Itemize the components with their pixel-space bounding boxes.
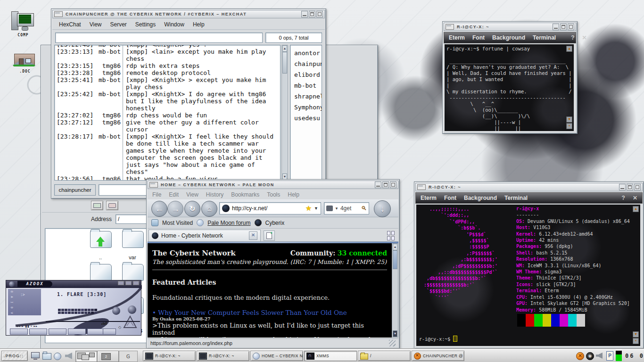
xmms-clutterbar[interactable]: O A I D V [10, 291, 14, 315]
fm-folder[interactable] [122, 231, 144, 248]
menu-item[interactable]: Window [164, 21, 184, 28]
user-list-item[interactable]: usedesu [294, 113, 322, 123]
taskbar-clock[interactable]: 06 07 [625, 353, 644, 359]
close-button[interactable] [634, 184, 641, 190]
fm-toolbar-button-2[interactable] [106, 201, 118, 210]
go-download-button[interactable]: ↓ [374, 200, 391, 217]
menu-item[interactable]: View [90, 21, 102, 28]
xmms-shade-button[interactable] [125, 281, 132, 285]
menu-item[interactable]: Help [193, 21, 205, 28]
menu-item[interactable]: HexChat [59, 21, 81, 28]
close-button[interactable] [316, 11, 323, 17]
terminal-scroll-button[interactable]: ▲ [566, 46, 572, 52]
url-bar[interactable]: http://cy-x.net/ ★ ▼ [219, 202, 321, 214]
hexchat-window[interactable]: CHAINPUNCHER @ THE CYBERIX NETWORK / #CY… [51, 8, 326, 199]
window-list-button[interactable]: G [119, 351, 138, 362]
xmms-close-button[interactable] [133, 281, 139, 285]
url-dropdown-icon[interactable]: ▼ [314, 206, 318, 211]
search-engine-dropdown-icon[interactable]: ▼ [335, 206, 339, 211]
palemoon-titlebar[interactable]: HOME – CYBERIX NETWORK – PALE MOON [148, 181, 398, 189]
search-engine-icon[interactable] [326, 206, 333, 211]
window-menu-icon[interactable] [446, 24, 454, 30]
terminal-resize-button[interactable]: ▾ [566, 123, 572, 129]
home-button[interactable]: ⌂ [201, 201, 217, 217]
fm-folder[interactable] [90, 264, 112, 281]
close-icon[interactable]: ✕ [633, 195, 637, 201]
eterm1-window[interactable]: R-I@CY-X: ~ Eterm Font Background Termin… [442, 21, 578, 134]
chat-area[interactable]: [23:22:48] mb-bot [xmpp] <KnightX> yes ?… [54, 45, 281, 181]
user-list-item[interactable]: Symphony [294, 102, 322, 113]
tab-list-icon[interactable] [387, 231, 396, 239]
window-menu-icon[interactable] [54, 11, 63, 17]
reload-button[interactable]: ↻ [184, 201, 200, 217]
eterm2-terminal[interactable]: ..,,;;;::;,,.. `':ddd;:,, `'dPPd:,, `:b$… [416, 205, 640, 346]
launcher-volume-speaker-icon[interactable] [65, 353, 72, 359]
menu-item[interactable]: Background [464, 195, 497, 201]
tab-home-cyberix[interactable]: Home - Cyberix Network ✕ [149, 230, 261, 241]
menu-item[interactable]: Tools [267, 191, 280, 198]
xmms-eject-button[interactable] [103, 329, 116, 335]
user-list-item[interactable]: elibord [294, 69, 322, 80]
xmms-player[interactable]: AZOOX O A I D V :> 1. FLARE [3:30] ◂◂ ▸ … [6, 280, 141, 336]
launcher-browser-globe-icon[interactable] [54, 353, 61, 360]
bookmark-cyberix[interactable]: Cyberix [265, 220, 285, 226]
url-text[interactable]: http://cy-x.net/ [232, 205, 303, 212]
user-list-item[interactable]: chainpunc [294, 58, 322, 69]
task-button[interactable]: / [358, 351, 411, 361]
new-tab-button[interactable]: ✦ [264, 230, 275, 241]
bookmark-palemoon-forum[interactable]: Pale Moon forum [207, 220, 250, 226]
menu-item[interactable]: Edit [169, 191, 179, 198]
tab-close-icon[interactable]: ✕ [249, 231, 257, 240]
bookmark-most-visited[interactable]: Most Visited [162, 220, 193, 226]
xmms-pause-button[interactable] [49, 329, 66, 335]
task-button[interactable]: XMMS [304, 351, 357, 361]
task-button[interactable]: HOME – CYBERIX N [250, 351, 303, 361]
minimize-button[interactable] [553, 24, 559, 30]
minimize-button[interactable] [619, 184, 626, 190]
menu-item[interactable]: Help [288, 191, 299, 198]
launcher-files[interactable] [42, 353, 51, 360]
palemoon-window[interactable]: HOME – CYBERIX NETWORK – PALE MOON FileE… [146, 179, 400, 349]
menu-item[interactable]: Terminal [504, 195, 528, 201]
scroll-down-arrow[interactable]: ▼ [393, 330, 397, 337]
menu-item[interactable]: Font [472, 34, 485, 41]
tray-volume-speaker-icon[interactable] [596, 353, 603, 359]
xmms-menu-knob[interactable] [9, 281, 15, 287]
search-input[interactable]: 4get [340, 205, 359, 212]
eterm2-titlebar[interactable]: R-I@CY-X: ~ [415, 183, 643, 191]
maximize-button[interactable] [309, 11, 315, 17]
chat-scrollbar[interactable]: ▲ ▼ [281, 45, 288, 181]
fm-toolbar-button-1[interactable] [91, 201, 103, 210]
maximize-button[interactable] [627, 184, 633, 190]
menu-item[interactable]: Background [492, 34, 525, 41]
eterm2-window[interactable]: R-I@CY-X: ~ Eterm Font Background Termin… [414, 181, 644, 349]
minimize-button[interactable] [375, 181, 381, 188]
task-button[interactable]: R-I@CY-X: ~ [197, 351, 249, 361]
terminal-scroll-button[interactable]: ▼ [633, 331, 639, 337]
xmms-balance-knob[interactable] [112, 307, 120, 315]
workspace-pager-1[interactable] [75, 351, 97, 362]
close-icon[interactable]: ✕ [582, 34, 587, 41]
fm-folder-up[interactable] [90, 231, 112, 248]
user-list-item[interactable]: anontor [294, 48, 322, 58]
search-icon[interactable]: 🔍︎ [361, 205, 367, 212]
desktop-icon-comp[interactable]: COMP [10, 9, 39, 37]
page-scrollbar[interactable]: ▲ ▼ [392, 243, 398, 337]
xmms-play-button[interactable] [29, 329, 47, 335]
eterm1-terminal[interactable]: r-i@cy-x:~$ fortune | cowsay ___________… [445, 44, 574, 131]
xmms-stop-button[interactable] [68, 329, 86, 335]
menu-item[interactable]: Terminal [533, 34, 556, 41]
back-button[interactable]: ← [151, 201, 167, 217]
window-menu-icon[interactable] [149, 182, 158, 188]
search-box[interactable]: ▼ 4get 🔍︎ [324, 202, 369, 214]
desktop-icon-doc[interactable]: .DOC [13, 47, 41, 74]
article-link[interactable]: Why Your New Computer Feels Slower Than … [158, 309, 347, 316]
close-button[interactable] [568, 24, 574, 30]
xmms-prev-button[interactable] [10, 329, 28, 335]
menu-item[interactable]: Settings [135, 21, 156, 28]
menu-item[interactable]: Font [444, 195, 456, 201]
menu-item[interactable]: History [206, 191, 223, 198]
xmms-volume-knob[interactable] [128, 305, 136, 314]
workspace-pager-2[interactable]: 2 [97, 351, 119, 362]
scroll-up-arrow[interactable]: ▲ [393, 244, 397, 250]
